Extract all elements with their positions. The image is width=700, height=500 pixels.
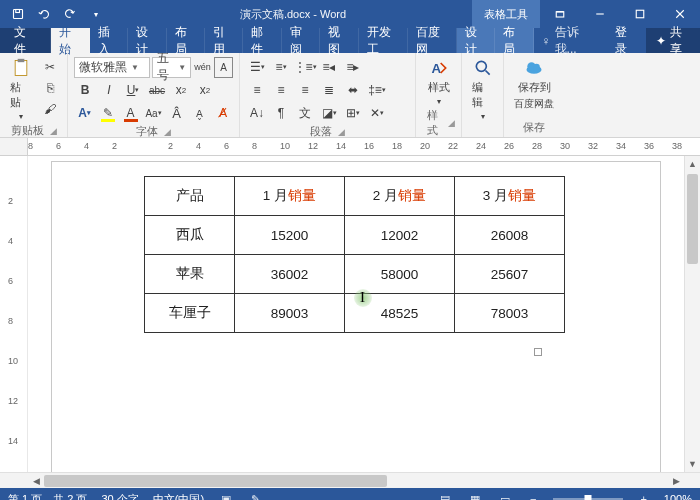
dialog-launcher-icon[interactable]: ◢ bbox=[448, 118, 455, 128]
show-marks-icon[interactable]: ¶ bbox=[270, 103, 292, 124]
tab-ctx-0[interactable]: 设计 bbox=[457, 28, 495, 53]
save-icon[interactable] bbox=[6, 2, 30, 26]
horizontal-ruler[interactable]: 86422468101214161820222426283032343638 bbox=[0, 138, 700, 156]
numbering-icon[interactable]: ≡▾ bbox=[270, 57, 292, 78]
align-left-icon[interactable]: ≡ bbox=[246, 80, 268, 101]
align-right-icon[interactable]: ≡ bbox=[294, 80, 316, 101]
tell-me[interactable]: ♀告诉我... bbox=[534, 28, 605, 53]
group-label-styles: 样式 bbox=[422, 108, 442, 138]
tab-7[interactable]: 视图 bbox=[320, 28, 358, 53]
scroll-thumb[interactable] bbox=[44, 475, 387, 487]
copy-icon[interactable]: ⎘ bbox=[39, 77, 61, 98]
paste-button[interactable]: 粘贴▾ bbox=[6, 56, 35, 123]
tab-file[interactable]: 文件 bbox=[0, 28, 51, 53]
indent-right-icon[interactable]: ≡▸ bbox=[342, 57, 364, 78]
tab-6[interactable]: 审阅 bbox=[282, 28, 320, 53]
horizontal-scrollbar[interactable]: ◀ ▶ bbox=[0, 472, 700, 488]
chevron-down-icon[interactable]: ▼ bbox=[131, 63, 139, 72]
tab-ctx-1[interactable]: 布局 bbox=[495, 28, 533, 53]
track-changes-icon[interactable]: ✎ bbox=[248, 493, 263, 501]
cut-icon[interactable]: ✂ bbox=[39, 56, 61, 77]
dialog-launcher-icon[interactable]: ◢ bbox=[164, 127, 171, 137]
phonetic-guide-icon[interactable]: wén bbox=[193, 57, 212, 78]
multilevel-icon[interactable]: ⋮≡▾ bbox=[294, 57, 316, 78]
font-size-combo[interactable]: 五号▼ bbox=[152, 57, 191, 78]
distribute-icon[interactable]: ⬌ bbox=[342, 80, 364, 101]
justify-icon[interactable]: ≣ bbox=[318, 80, 340, 101]
bold-button[interactable]: B bbox=[74, 80, 96, 101]
login-button[interactable]: 登录 bbox=[605, 28, 646, 53]
tab-1[interactable]: 插入 bbox=[90, 28, 128, 53]
styles-icon: A bbox=[429, 58, 449, 78]
dialog-launcher-icon[interactable]: ◢ bbox=[50, 126, 57, 136]
align-center-icon[interactable]: ≡ bbox=[270, 80, 292, 101]
tab-4[interactable]: 引用 bbox=[205, 28, 243, 53]
italic-button[interactable]: I bbox=[98, 80, 120, 101]
shading-icon[interactable]: ◪▾ bbox=[318, 103, 340, 124]
tab-8[interactable]: 开发工 bbox=[359, 28, 408, 53]
edit-button[interactable]: 编辑▾ bbox=[468, 56, 497, 123]
superscript-button[interactable]: x2 bbox=[194, 80, 216, 101]
vertical-scrollbar[interactable]: ▲ ▼ bbox=[684, 156, 700, 472]
sort-icon[interactable]: A↓ bbox=[246, 103, 268, 124]
quick-access-toolbar: ▾ bbox=[0, 2, 114, 26]
indent-left-icon[interactable]: ≡◂ bbox=[318, 57, 340, 78]
table-row[interactable]: 苹果360025800025607 bbox=[145, 255, 565, 294]
svg-point-10 bbox=[476, 61, 486, 71]
scroll-down-icon[interactable]: ▼ bbox=[685, 456, 700, 472]
scroll-thumb[interactable] bbox=[687, 174, 698, 264]
strike-button[interactable]: abc bbox=[146, 80, 168, 101]
group-label-save: 保存 bbox=[523, 120, 545, 135]
save-to-cloud-button[interactable]: 保存到 百度网盘 bbox=[510, 56, 558, 113]
page-canvas[interactable]: 产品1 月销量2 月销量3 月销量西瓜152001200226008苹果3600… bbox=[28, 156, 684, 472]
shrink-font-icon[interactable]: A̬ bbox=[189, 103, 210, 124]
format-painter-icon[interactable]: 🖌 bbox=[39, 98, 61, 119]
clear-format-icon[interactable]: A̸ bbox=[212, 103, 233, 124]
tab-5[interactable]: 邮件 bbox=[243, 28, 281, 53]
highlight-icon[interactable]: ✎ bbox=[97, 103, 118, 124]
font-name-combo[interactable]: 微软雅黑▼ bbox=[74, 57, 150, 78]
bullets-icon[interactable]: ☰▾ bbox=[246, 57, 268, 78]
scroll-left-icon[interactable]: ◀ bbox=[28, 476, 44, 486]
underline-button[interactable]: U▾ bbox=[122, 80, 144, 101]
zoom-in-icon[interactable]: + bbox=[637, 493, 649, 500]
page-indicator[interactable]: 第 1 页，共 2 页 bbox=[8, 492, 87, 501]
grow-font-icon[interactable]: Â bbox=[166, 103, 187, 124]
word-count[interactable]: 30 个字 bbox=[101, 492, 138, 501]
view-read-icon[interactable]: ▤ bbox=[437, 493, 453, 501]
text-direction-icon[interactable]: 文 bbox=[294, 103, 316, 124]
svg-line-11 bbox=[485, 71, 489, 75]
asian-layout-icon[interactable]: ✕▾ bbox=[366, 103, 388, 124]
share-button[interactable]: ✦共享 bbox=[646, 28, 700, 53]
zoom-out-icon[interactable]: − bbox=[527, 493, 539, 500]
text-effects-icon[interactable]: A▾ bbox=[74, 103, 95, 124]
scroll-right-icon[interactable]: ▶ bbox=[668, 476, 684, 486]
table-row[interactable]: 西瓜152001200226008 bbox=[145, 216, 565, 255]
change-case-icon[interactable]: Aa▾ bbox=[143, 103, 164, 124]
macro-record-icon[interactable]: ▣ bbox=[218, 493, 234, 501]
qat-more-icon[interactable]: ▾ bbox=[84, 2, 108, 26]
svg-rect-4 bbox=[636, 10, 644, 18]
styles-button[interactable]: A 样式▾ bbox=[424, 56, 454, 108]
dialog-launcher-icon[interactable]: ◢ bbox=[338, 127, 345, 137]
vertical-ruler[interactable]: 24 68 1012 14 bbox=[0, 156, 28, 472]
chevron-down-icon[interactable]: ▼ bbox=[178, 63, 186, 72]
borders-icon[interactable]: ⊞▾ bbox=[342, 103, 364, 124]
undo-icon[interactable] bbox=[32, 2, 56, 26]
view-web-icon[interactable]: ▭ bbox=[497, 493, 513, 501]
char-border-icon[interactable]: A bbox=[214, 57, 233, 78]
clipboard-icon bbox=[11, 58, 31, 78]
tab-9[interactable]: 百度网 bbox=[408, 28, 457, 53]
view-print-icon[interactable]: ▦ bbox=[467, 493, 483, 501]
line-spacing-icon[interactable]: ‡≡▾ bbox=[366, 80, 388, 101]
subscript-button[interactable]: x2 bbox=[170, 80, 192, 101]
scroll-up-icon[interactable]: ▲ bbox=[685, 156, 700, 172]
svg-rect-7 bbox=[15, 61, 27, 76]
tab-0[interactable]: 开始 bbox=[51, 28, 89, 53]
content-table[interactable]: 产品1 月销量2 月销量3 月销量西瓜152001200226008苹果3600… bbox=[144, 176, 565, 333]
zoom-level[interactable]: 100% bbox=[664, 493, 692, 500]
redo-icon[interactable] bbox=[58, 2, 82, 26]
language-indicator[interactable]: 中文(中国) bbox=[153, 492, 204, 501]
font-color-icon[interactable]: A bbox=[120, 103, 141, 124]
table-resize-handle-icon[interactable] bbox=[534, 348, 542, 356]
